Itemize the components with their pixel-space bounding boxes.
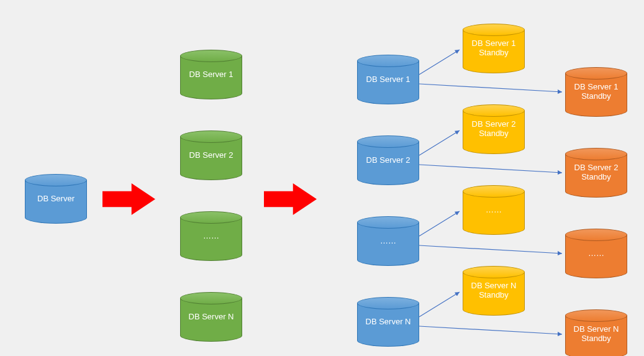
db-server-shard-2-label: DB Server 2 [187,151,236,160]
db-server-2-standby-b-label: DB Server 2 Standby [572,163,621,182]
db-server-n-primary-label: DB Server N [363,317,414,327]
svg-line-5 [419,165,562,173]
svg-line-3 [419,84,562,92]
db-server-ellipsis-standby-a-label: …… [483,206,504,215]
db-server-shard-ellipsis: …… [180,211,242,261]
svg-line-9 [419,326,562,334]
db-server-2-primary: DB Server 2 [357,135,419,185]
db-server-ellipsis-standby-a: …… [463,185,525,235]
db-server-n-standby-b-label: DB Server N Standby [571,325,622,344]
db-server-2-standby-b: DB Server 2 Standby [565,148,627,198]
db-server-1-standby-a: DB Server 1 Standby [463,24,525,73]
db-server-1-standby-a-label: DB Server 1 Standby [469,39,519,58]
db-server-shard-2: DB Server 2 [180,130,242,180]
db-server-ellipsis-standby-b-label: …… [586,249,607,258]
db-server-2-standby-a: DB Server 2 Standby [463,104,525,154]
db-server-1-primary: DB Server 1 [357,55,419,104]
db-server-2-standby-a-label: DB Server 2 Standby [469,120,519,139]
db-server-ellipsis-primary-label: …… [378,237,399,246]
db-server-n-standby-a-label: DB Server N Standby [469,281,519,300]
db-server-1-primary-label: DB Server 1 [364,75,413,84]
db-server-original: DB Server [25,174,87,224]
svg-line-2 [419,50,460,75]
svg-marker-0 [102,183,155,215]
db-server-1-standby-b: DB Server 1 Standby [565,67,627,117]
db-server-ellipsis-primary: …… [357,216,419,266]
arrow-stage1-to-stage2 [102,182,155,216]
db-server-shard-ellipsis-label: …… [201,232,222,241]
db-server-shard-1-label: DB Server 1 [187,70,236,80]
db-server-shard-n: DB Server N [180,292,242,342]
db-server-n-standby-a: DB Server N Standby [463,266,525,316]
svg-line-8 [419,292,460,317]
arrow-stage2-to-stage3 [264,182,317,216]
db-server-1-standby-b-label: DB Server 1 Standby [572,83,621,101]
db-server-ellipsis-standby-b: …… [565,229,627,278]
db-server-shard-n-label: DB Server N [186,313,237,322]
db-server-n-primary: DB Server N [357,297,419,347]
svg-line-7 [419,245,562,253]
svg-line-4 [419,130,460,155]
db-server-shard-1: DB Server 1 [180,50,242,99]
diagram-canvas: DB Server DB Server 1 DB Server 2 …… DB … [0,0,644,356]
db-server-original-label: DB Server [35,194,77,204]
svg-line-6 [419,211,460,236]
db-server-2-primary-label: DB Server 2 [364,156,413,165]
db-server-n-standby-b: DB Server N Standby [565,309,627,356]
svg-marker-1 [264,183,317,215]
